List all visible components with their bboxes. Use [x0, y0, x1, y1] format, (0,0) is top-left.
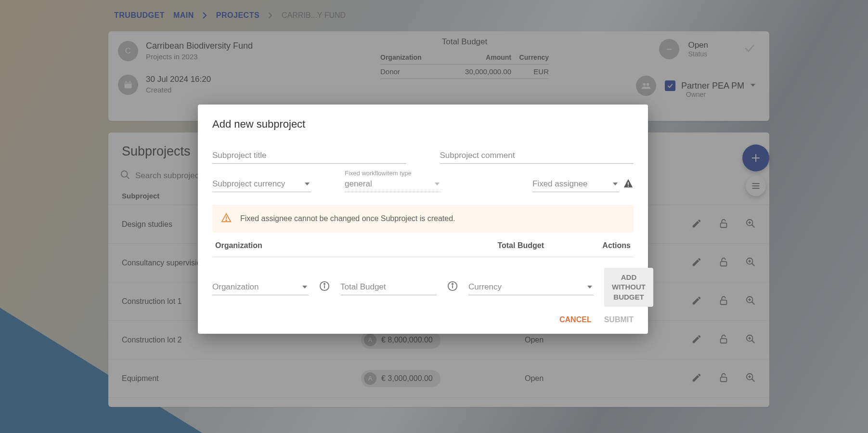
svg-point-51: [452, 284, 453, 285]
caret-down-icon: [304, 182, 310, 186]
warning-icon: [221, 212, 232, 225]
warning-banner: Fixed assignee cannot be changed once Su…: [212, 205, 634, 233]
col-actions: Actions: [544, 241, 631, 250]
warning-text: Fixed assignee cannot be changed once Su…: [240, 214, 455, 223]
svg-rect-42: [628, 182, 629, 185]
add-subproject-modal: Add new subproject Subproject title Subp…: [198, 105, 648, 334]
cancel-button[interactable]: CANCEL: [559, 315, 592, 324]
submit-button: SUBMIT: [604, 315, 634, 324]
add-without-budget-button: ADD WITHOUT BUDGET: [604, 268, 653, 307]
caret-down-icon: [302, 285, 308, 289]
subproject-currency-select[interactable]: Subproject currency: [212, 176, 311, 192]
workflow-type-label: Fixed workflowitem type: [345, 170, 412, 177]
caret-down-icon: [587, 285, 593, 289]
info-icon[interactable]: [319, 281, 330, 293]
subproject-comment-field[interactable]: Subproject comment: [440, 148, 634, 164]
warning-icon: [623, 178, 634, 191]
organization-select[interactable]: Organization: [212, 279, 309, 295]
svg-point-48: [324, 284, 325, 285]
caret-down-icon: [434, 182, 440, 186]
svg-rect-43: [628, 185, 629, 186]
caret-down-icon: [612, 182, 618, 186]
currency-select[interactable]: Currency: [468, 279, 594, 295]
modal-title: Add new subproject: [212, 118, 634, 131]
workflow-type-select: Fixed workflowitem type general: [345, 176, 441, 192]
col-total-budget: Total Budget: [385, 241, 544, 250]
subproject-title-field[interactable]: Subproject title: [212, 148, 406, 164]
info-icon[interactable]: [447, 281, 458, 293]
fixed-assignee-select[interactable]: Fixed assignee: [532, 176, 634, 192]
col-organization: Organization: [215, 241, 385, 250]
svg-point-45: [226, 220, 227, 221]
total-budget-field[interactable]: Total Budget: [340, 279, 437, 295]
